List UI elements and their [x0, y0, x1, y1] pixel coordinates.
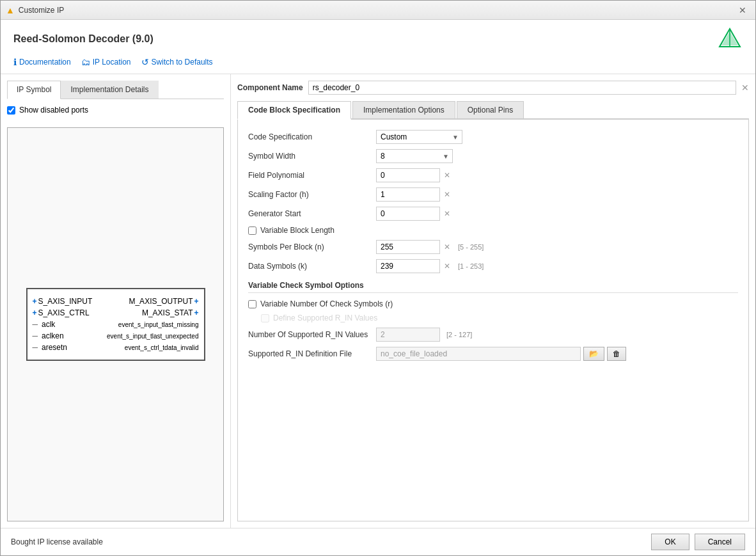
symbol-width-select-wrapper: 4 5 6 7 8 9 10 11 12 ▼ — [376, 149, 453, 163]
documentation-label: Documentation — [19, 58, 71, 67]
app-title-row: Reed-Solomon Decoder (9.0) — [13, 26, 743, 52]
symbol-diagram: + S_AXIS_INPUT M_AXIS_OUTPUT + + S_AXIS_… — [7, 127, 224, 521]
code-specification-select-wrapper: Custom DVB CCSDS 802.3 (10GBase-T) Other… — [376, 130, 462, 144]
supported-def-file-input[interactable] — [376, 347, 581, 361]
scaling-factor-label: Scaling Factor (h) — [248, 190, 376, 199]
browse-file-button[interactable]: 📂 — [583, 347, 604, 361]
title-bar: ▲ Customize IP ✕ — [1, 1, 755, 20]
diagram-row-5: ─ aresetn event_s_ctrl_tdata_invalid — [28, 342, 204, 353]
data-symbols-label: Data Symbols (k) — [248, 262, 376, 271]
documentation-button[interactable]: ℹ Documentation — [13, 57, 71, 67]
component-name-clear-button[interactable]: ✕ — [741, 83, 749, 93]
port-aclk: ─ aclk — [33, 320, 56, 329]
app-header: Reed-Solomon Decoder (9.0) ℹ Documentati… — [1, 20, 755, 74]
port-aresetn: ─ aresetn — [33, 343, 68, 352]
close-button[interactable]: ✕ — [735, 4, 750, 17]
tab-optional-pins[interactable]: Optional Pins — [457, 101, 524, 118]
left-panel: IP Symbol Implementation Details Show di… — [1, 74, 231, 528]
right-panel: Component Name ✕ Code Block Specificatio… — [231, 74, 755, 528]
symbol-width-select[interactable]: 4 5 6 7 8 9 10 11 12 — [376, 149, 453, 163]
show-disabled-ports-label[interactable]: Show disabled ports — [19, 106, 88, 115]
variable-number-check-checkbox[interactable] — [248, 300, 256, 308]
port-m-axis-stat: M_AXIS_STAT + — [142, 308, 199, 317]
symbols-per-block-row: Symbols Per Block (n) ✕ [5 - 255] — [248, 240, 738, 254]
title-bar-left: ▲ Customize IP — [6, 5, 64, 15]
diagram-row-2: + S_AXIS_CTRL M_AXIS_STAT + — [28, 307, 204, 319]
show-disabled-ports-checkbox[interactable] — [7, 106, 15, 115]
scaling-factor-input[interactable] — [376, 187, 440, 202]
symbols-per-block-label: Symbols Per Block (n) — [248, 242, 376, 251]
variable-block-length-row: Variable Block Length — [248, 226, 738, 235]
documentation-icon: ℹ — [13, 57, 17, 67]
license-text: Bought IP license available — [11, 537, 103, 546]
tab-implementation-details[interactable]: Implementation Details — [61, 81, 158, 99]
variable-number-check-label[interactable]: Variable Number Of Check Symbols (r) — [260, 299, 393, 308]
port-s-axis-ctrl: + S_AXIS_CTRL — [33, 308, 90, 317]
tab-code-block-specification[interactable]: Code Block Specification — [237, 101, 351, 120]
cancel-button[interactable]: Cancel — [695, 534, 745, 550]
clear-file-button[interactable]: 🗑 — [607, 347, 626, 361]
component-name-row: Component Name ✕ — [237, 81, 749, 95]
port-aclken: ─ aclken — [33, 331, 64, 340]
ip-location-button[interactable]: 🗂 IP Location — [81, 57, 131, 67]
switch-defaults-icon: ↺ — [141, 57, 149, 67]
variable-check-section-title: Variable Check Symbol Options — [248, 281, 738, 293]
tab-ip-symbol[interactable]: IP Symbol — [7, 81, 61, 99]
ip-location-label: IP Location — [93, 58, 131, 67]
scaling-factor-control: ✕ — [376, 187, 452, 202]
symbols-per-block-clear-button[interactable]: ✕ — [443, 241, 452, 253]
diagram-box: + S_AXIS_INPUT M_AXIS_OUTPUT + + S_AXIS_… — [26, 288, 205, 361]
variable-number-check-row: Variable Number Of Check Symbols (r) — [248, 299, 738, 308]
data-symbols-range: [1 - 253] — [458, 262, 484, 270]
port-m-axis-output: M_AXIS_OUTPUT + — [129, 297, 198, 306]
show-disabled-ports-row: Show disabled ports — [7, 106, 224, 115]
define-supported-checkbox[interactable] — [261, 314, 269, 322]
component-name-input[interactable] — [308, 81, 736, 95]
data-symbols-clear-button[interactable]: ✕ — [443, 260, 452, 272]
code-specification-control: Custom DVB CCSDS 802.3 (10GBase-T) Other… — [376, 130, 462, 144]
num-supported-range: [2 - 127] — [446, 331, 472, 338]
supported-def-file-control: 📂 🗑 — [376, 347, 626, 361]
port-event-tlast-missing: event_s_input_tlast_missing — [118, 320, 199, 329]
field-polynomial-input[interactable] — [376, 168, 440, 182]
xilinx-logo — [717, 26, 743, 52]
num-supported-label: Number Of Supported R_IN Values — [248, 330, 376, 339]
tab-implementation-options[interactable]: Implementation Options — [352, 101, 455, 118]
define-supported-row: Define Supported R_IN Values — [261, 314, 738, 322]
field-polynomial-clear-button[interactable]: ✕ — [443, 170, 452, 181]
field-polynomial-control: ✕ — [376, 168, 452, 182]
footer: Bought IP license available OK Cancel — [1, 528, 755, 555]
left-panel-tabs: IP Symbol Implementation Details — [7, 81, 224, 99]
num-supported-input[interactable] — [376, 328, 440, 342]
symbol-width-label: Symbol Width — [248, 152, 376, 161]
data-symbols-row: Data Symbols (k) ✕ [1 - 253] — [248, 259, 738, 273]
app-title-text: Reed-Solomon Decoder (9.0) — [13, 33, 154, 45]
code-specification-select[interactable]: Custom DVB CCSDS 802.3 (10GBase-T) Other — [376, 130, 462, 144]
generator-start-input[interactable] — [376, 207, 440, 221]
symbol-width-row: Symbol Width 4 5 6 7 8 9 10 11 — [248, 149, 738, 163]
ok-button[interactable]: OK — [651, 534, 689, 550]
title-bar-text: Customize IP — [19, 6, 64, 15]
generator-start-row: Generator Start ✕ — [248, 207, 738, 221]
port-s-axis-input: + S_AXIS_INPUT — [33, 297, 93, 306]
variable-block-length-label[interactable]: Variable Block Length — [260, 226, 335, 235]
num-supported-control: [2 - 127] — [376, 328, 472, 342]
generator-start-clear-button[interactable]: ✕ — [443, 208, 452, 219]
switch-defaults-label: Switch to Defaults — [152, 58, 213, 67]
field-polynomial-row: Field Polynomial ✕ — [248, 168, 738, 182]
define-supported-label: Define Supported R_IN Values — [273, 314, 377, 322]
switch-defaults-button[interactable]: ↺ Switch to Defaults — [141, 57, 213, 67]
data-symbols-control: ✕ [1 - 253] — [376, 259, 484, 273]
data-symbols-input[interactable] — [376, 259, 440, 273]
component-name-label: Component Name — [237, 83, 303, 92]
supported-def-file-row: Supported R_IN Definition File 📂 🗑 — [248, 347, 738, 361]
symbols-per-block-input[interactable] — [376, 240, 440, 254]
scaling-factor-clear-button[interactable]: ✕ — [443, 189, 452, 200]
footer-buttons: OK Cancel — [651, 534, 745, 550]
app-icon: ▲ — [6, 5, 15, 15]
num-supported-row: Number Of Supported R_IN Values [2 - 127… — [248, 328, 738, 342]
port-event-tlast-unexpected: event_s_input_tlast_unexpected — [107, 331, 198, 340]
diagram-row-1: + S_AXIS_INPUT M_AXIS_OUTPUT + — [28, 296, 204, 307]
port-event-ctrl-tdata: event_s_ctrl_tdata_invalid — [125, 343, 199, 352]
variable-block-length-checkbox[interactable] — [248, 226, 256, 235]
